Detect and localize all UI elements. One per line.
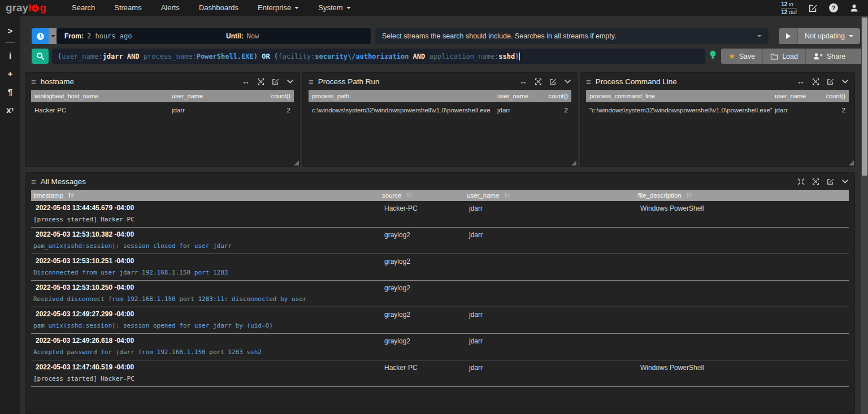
sort-icon [686, 192, 693, 199]
play-icon [786, 33, 791, 39]
time-range-display[interactable]: From: 2 hours ago Until: Now [57, 28, 371, 44]
expand-icon[interactable] [257, 78, 264, 85]
streams-select[interactable]: Select streams the search should include… [375, 28, 769, 44]
sidebar-divider [5, 42, 15, 43]
column-header-user-name[interactable]: user_name [467, 192, 638, 199]
column-header-timestamp[interactable]: timestamp [33, 192, 382, 199]
query-token: application_name: [429, 53, 499, 60]
table-row[interactable]: Hacker-PCjdarr2 [31, 102, 294, 117]
message-row[interactable]: 2022-05-03 12:53:10.250 -04:00 graylog2 … [31, 281, 849, 307]
drag-handle-icon[interactable]: ≡ [586, 77, 591, 86]
graylog-logo[interactable]: graylg [6, 0, 46, 16]
chevron-down-icon[interactable] [841, 79, 849, 84]
column-header-source[interactable]: source [382, 192, 467, 199]
expand-icon[interactable] [812, 78, 819, 85]
help-icon[interactable]: ? [829, 3, 838, 12]
edit-widget-icon[interactable] [549, 78, 557, 85]
time-range-button-group [32, 28, 58, 44]
widget-table-rows: "c:\windows\system32\windowspowershell\v… [580, 102, 854, 117]
message-source: graylog2 [384, 311, 469, 319]
sort-icon [406, 192, 413, 199]
nav-item-system[interactable]: System [309, 0, 360, 16]
throughput-in-unit: in [789, 1, 793, 7]
widgets-row: ≡ hostname ↔ winlogbeat_host_nameuser_na… [25, 72, 855, 167]
widget-table-header: process_pathuser_namecount() [309, 90, 571, 102]
message-user-name: jdarr [469, 231, 640, 239]
formatting-highlighting-icon[interactable]: ¶ [0, 82, 20, 101]
create-icon[interactable]: + [0, 64, 20, 82]
nav-item-streams[interactable]: Streams [105, 0, 151, 16]
nav-item-dashboards[interactable]: Dashboards [189, 0, 248, 16]
streams-placeholder: Select streams the search should include… [382, 32, 617, 40]
user-icon[interactable] [849, 3, 859, 12]
arrows-horizontal-icon[interactable]: ↔ [519, 77, 527, 85]
search-icon [36, 52, 45, 60]
all-messages-widget: ≡ All Messages timestamp [25, 172, 855, 414]
throughput-indicator[interactable]: 12 in 12 out [781, 1, 797, 15]
compress-icon[interactable] [797, 178, 805, 185]
share-button[interactable]: Share [806, 49, 853, 64]
message-source: Hacker-PC [384, 204, 469, 212]
message-row[interactable]: 2022-05-03 13:44:45.679 -04:00 Hacker-PC… [31, 201, 849, 228]
arrows-horizontal-icon[interactable]: ↔ [242, 77, 250, 85]
edit-pencil-square-icon[interactable] [808, 3, 818, 13]
fields-icon[interactable]: x1 [0, 101, 20, 119]
time-range-type-button[interactable] [32, 28, 49, 44]
edit-widget-icon[interactable] [827, 78, 834, 85]
search-page: From: 2 hours ago Until: Now Select stre… [20, 16, 868, 414]
resize-handle[interactable] [849, 160, 854, 165]
query-input[interactable]: (user_name:jdarr AND process_name:PowerS… [52, 49, 705, 64]
caret-down-icon [294, 7, 299, 9]
resize-handle[interactable] [294, 160, 299, 165]
drag-handle-icon[interactable]: ≡ [31, 177, 36, 186]
expand-icon[interactable] [812, 178, 819, 185]
drag-handle-icon[interactable]: ≡ [309, 77, 314, 86]
resize-handle[interactable] [571, 160, 576, 165]
query-token: ( [274, 53, 278, 60]
widget-header: ≡ hostname ↔ [25, 73, 300, 90]
widget-title: Process Path Run [318, 77, 380, 86]
widget-table-rows: Hacker-PCjdarr2 [25, 102, 300, 117]
edit-widget-icon[interactable] [827, 178, 834, 185]
view-description-icon[interactable]: i [0, 46, 20, 64]
edit-widget-icon[interactable] [272, 78, 279, 85]
lightbulb-icon[interactable] [709, 50, 717, 62]
widget-table-header: process_command_lineuser_namecount() [586, 90, 849, 102]
message-row[interactable]: 2022-05-03 12:53:10.382 -04:00 graylog2 … [31, 228, 849, 254]
chevron-down-icon[interactable] [841, 179, 849, 184]
query-token: ) [515, 53, 519, 60]
table-row[interactable]: "c:\windows\system32\windowspowershell\v… [586, 102, 849, 117]
arrows-horizontal-icon[interactable]: ↔ [797, 77, 805, 85]
expand-icon[interactable] [535, 78, 542, 85]
expand-sidebar-icon[interactable]: > [0, 21, 20, 40]
search-sidebar: >i+¶x1 [0, 16, 20, 414]
column-header-file-description[interactable]: file_description [638, 192, 847, 199]
load-button[interactable]: Load [763, 49, 806, 64]
drag-handle-icon[interactable]: ≡ [31, 77, 36, 86]
message-source: Hacker-PC [384, 364, 469, 372]
message-row[interactable]: 2022-05-03 12:49:27.299 -04:00 graylog2 … [31, 307, 849, 334]
save-button[interactable]: ★ Save [721, 49, 763, 64]
all-messages-title: All Messages [41, 177, 86, 186]
message-row[interactable]: 2022-05-03 12:49:26.618 -04:00 graylog2 … [31, 334, 849, 360]
search-submit-button[interactable] [32, 49, 49, 64]
scrollbar-thumb[interactable] [862, 18, 867, 176]
refresh-interval-button[interactable]: Not updating [798, 28, 860, 44]
refresh-play-button[interactable] [779, 28, 798, 44]
message-row[interactable]: 2022-05-03 12:47:40.519 -04:00 Hacker-PC… [31, 360, 849, 387]
message-row[interactable]: 2022-05-03 12:53:10.251 -04:00 graylog2 … [31, 254, 849, 281]
message-text: Accepted password for jdarr from 192.168… [33, 348, 847, 356]
message-user-name: jdarr [469, 364, 640, 372]
message-text: [process started] Hacker-PC [33, 375, 847, 383]
query-token: jdarr [102, 53, 123, 60]
table-row[interactable]: c:\windows\system32\windowspowershell\v1… [309, 102, 571, 117]
widget-header: ≡ Process Path Run ↔ [303, 73, 577, 90]
page-scrollbar[interactable] [861, 16, 868, 414]
navbar-right: 12 in 12 out ? [781, 1, 859, 15]
nav-item-enterprise[interactable]: Enterprise [248, 0, 309, 16]
widget-header: ≡ Process Command Line ↔ [580, 73, 854, 90]
chevron-down-icon[interactable] [287, 79, 294, 84]
chevron-down-icon[interactable] [564, 79, 571, 84]
nav-item-search[interactable]: Search [62, 0, 105, 16]
nav-item-alerts[interactable]: Alerts [151, 0, 189, 16]
